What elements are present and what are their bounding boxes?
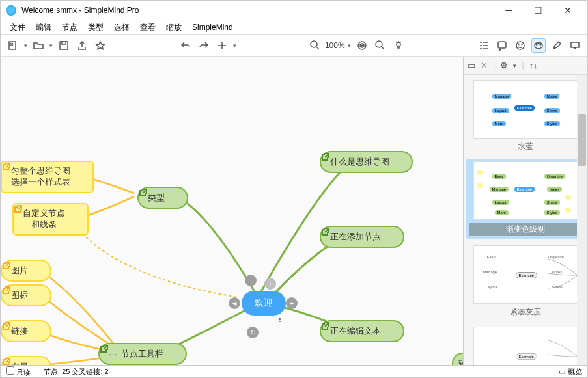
link-icon (393, 157, 402, 167)
menu-type[interactable]: 类型 (84, 21, 107, 34)
menu-edit[interactable]: 编辑 (32, 21, 55, 34)
node-image[interactable]: 图片 (1, 260, 51, 282)
node-type[interactable]: 类型 (137, 187, 188, 209)
add-button[interactable] (215, 38, 229, 53)
theme-list[interactable]: Example Manage Notes Layout Share More S… (464, 75, 587, 365)
theme-item-4[interactable]: Example (466, 324, 584, 365)
panel-notes-button[interactable] (495, 38, 509, 53)
overview-button[interactable]: 概览 (568, 367, 582, 377)
readonly-checkbox[interactable]: 只读 (6, 366, 31, 377)
menu-file[interactable]: 文件 (6, 21, 29, 34)
svg-point-15 (538, 42, 539, 44)
handle-left[interactable]: ◄ (229, 297, 240, 309)
node-style[interactable]: 匀整个思维导图 选择一个样式表 (1, 161, 94, 193)
save-button[interactable] (57, 38, 71, 53)
svg-point-6 (361, 45, 363, 46)
share-button[interactable] (75, 38, 89, 53)
undo-button[interactable] (178, 38, 193, 53)
svg-rect-9 (498, 42, 506, 48)
dots-icon: ⋯ (109, 349, 117, 359)
menu-view[interactable]: 查看 (136, 21, 160, 34)
menu-bar: 文件 编辑 节点 类型 选择 查看 缩放 SimpleMind (1, 20, 587, 34)
node-label: 正在编辑文本 (330, 325, 381, 337)
status-nodes: 节点: 25 交叉链接: 2 (44, 367, 109, 377)
maximize-button[interactable]: ☐ (524, 1, 553, 20)
menu-simplemind[interactable]: SimpleMind (188, 21, 237, 33)
overview-icon[interactable]: ▭ (559, 368, 565, 376)
menu-zoom[interactable]: 缩放 (162, 21, 186, 34)
link-icon (32, 327, 41, 336)
node-label: 自定义节点 和线条 (23, 208, 65, 230)
handle-top[interactable]: ⋯ (245, 275, 257, 286)
panel-outline-button[interactable] (477, 38, 491, 53)
close-button[interactable]: ✕ (553, 1, 582, 20)
zoom-dropdown[interactable]: ▾ (348, 42, 351, 49)
node-link[interactable]: 链接 (1, 320, 51, 342)
node-adding[interactable]: 正在添加节点 (320, 226, 404, 248)
svg-point-14 (536, 44, 537, 45)
svg-point-16 (540, 44, 541, 45)
panel-sort-icon[interactable]: ↑↓ (529, 61, 538, 70)
new-dropdown[interactable]: ▾ (24, 42, 27, 49)
mindmap-canvas[interactable]: 欢迎 ⋯ T ◄ + ε ↻ 类型 什么是思维导图 正在添加节点 正在编辑文本 … (1, 57, 464, 365)
lightbulb-button[interactable] (391, 38, 406, 53)
svg-rect-1 (60, 42, 68, 49)
panel-edit-icon[interactable]: ▭ (468, 61, 475, 70)
zoom-button[interactable] (308, 38, 322, 53)
panel-highlight-button[interactable] (550, 38, 564, 53)
favorite-button[interactable] (93, 38, 107, 53)
panel-present-button[interactable] (568, 38, 582, 53)
minimize-button[interactable]: ─ (494, 1, 524, 20)
panel-style-button[interactable] (531, 38, 546, 53)
link-icon (32, 266, 41, 275)
svg-point-8 (397, 42, 400, 46)
gear-dropdown[interactable]: ▾ (513, 62, 516, 69)
app-icon (6, 5, 16, 16)
theme-item-aqua[interactable]: Example Manage Notes Layout Share More S… (466, 77, 584, 155)
node-label: 匀整个思维导图 选择一个样式表 (11, 166, 70, 188)
node-label: 轻 (458, 358, 464, 365)
node-custom[interactable]: 自定义节点 和线条 (12, 203, 89, 236)
add-dropdown[interactable]: ▾ (233, 42, 236, 49)
theme-scrollbar[interactable] (577, 75, 587, 365)
svg-rect-2 (62, 42, 66, 44)
svg-point-11 (518, 44, 519, 45)
node-label: 什么是思维导图 (330, 156, 389, 168)
open-dropdown[interactable]: ▾ (49, 42, 53, 49)
link-icon (385, 232, 394, 241)
window-title: Welcome.smmx - SimpleMind Pro (21, 6, 494, 15)
panel-close-icon[interactable]: ✕ (481, 61, 488, 70)
theme-item-compact[interactable]: Example Easy Manage Layout Organize Note… (466, 243, 584, 320)
handle-right[interactable]: + (286, 297, 298, 309)
theme-label: 紧凑灰度 (469, 306, 581, 317)
open-button[interactable] (31, 38, 46, 53)
link-icon (32, 362, 41, 365)
menu-node[interactable]: 节点 (58, 21, 81, 34)
link-icon (167, 349, 176, 358)
node-icon[interactable]: 图标 (1, 284, 51, 306)
theme-label: 渐变色级别 (469, 223, 581, 236)
scroll-thumb[interactable] (578, 114, 586, 166)
node-label: 类型 (148, 192, 165, 204)
menu-select[interactable]: 选择 (110, 21, 133, 34)
theme-label: 水蓝 (469, 141, 581, 152)
svg-point-12 (522, 44, 522, 45)
node-what[interactable]: 什么是思维导图 (320, 151, 413, 173)
node-center[interactable]: 欢迎 (242, 291, 286, 316)
theme-item-gradient[interactable]: Example Easy Organize Manage Notes Layou… (466, 159, 584, 239)
handle-text[interactable]: T (264, 278, 276, 290)
node-toolbar[interactable]: ⋯ 节点工具栏 (98, 343, 187, 365)
search-button[interactable] (373, 38, 387, 53)
handle-bottom[interactable]: ↻ (247, 327, 259, 338)
handle-eps[interactable]: ε (274, 314, 286, 325)
panel-emoji-button[interactable] (513, 38, 527, 53)
node-editing[interactable]: 正在编辑文本 (320, 320, 404, 342)
link-icon (385, 327, 394, 336)
node-layout[interactable]: 布局 (1, 356, 51, 365)
redo-button[interactable] (197, 38, 211, 53)
target-button[interactable] (355, 38, 369, 53)
zoom-level[interactable]: 100% (325, 41, 345, 50)
new-button[interactable] (6, 38, 20, 53)
panel-gear-icon[interactable]: ⚙ (500, 61, 508, 70)
style-panel: ▭ ✕ | ⚙ ▾ | ↑↓ Example Manage Notes Layo… (464, 57, 587, 365)
